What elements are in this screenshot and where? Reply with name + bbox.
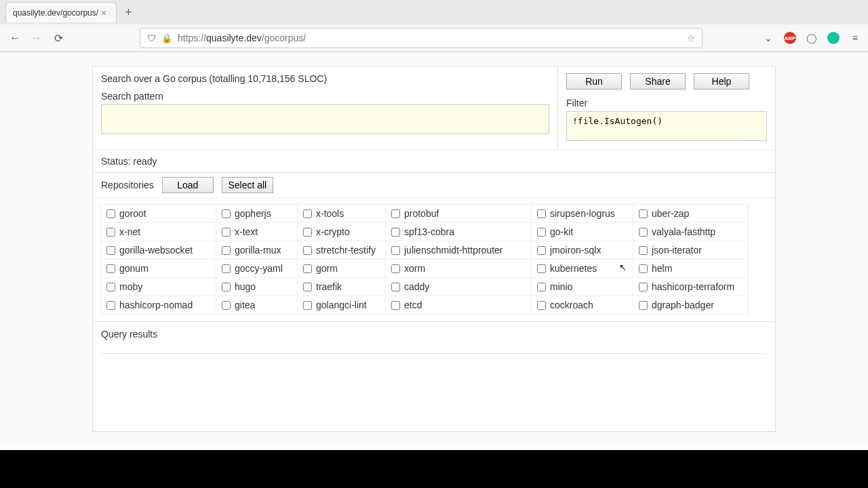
filter-input[interactable] [566,111,767,141]
select-all-button[interactable]: Select all [222,177,273,193]
repo-checkbox-kubernetes[interactable] [537,264,546,273]
repo-label: gopherjs [235,208,271,219]
repo-checkbox-dgraph-badger[interactable] [639,301,648,310]
repo-checkbox-cockroach[interactable] [537,301,546,310]
repo-checkbox-x-crypto[interactable] [303,228,312,237]
repo-checkbox-goccy-yaml[interactable] [222,264,231,273]
repo-gonum[interactable]: gonum [100,259,216,278]
repo-xorm[interactable]: xorm [385,259,532,278]
repo-checkbox-gonum[interactable] [106,264,115,273]
repo-checkbox-go-kit[interactable] [537,228,546,237]
repo-checkbox-xorm[interactable] [391,264,400,273]
repo-label: traefik [316,281,342,292]
repo-go-kit[interactable]: go-kit [531,222,633,241]
tab-bar: quasilyte.dev/gocorpus/ × + [0,0,868,24]
repo-gitea[interactable]: gitea [216,296,298,314]
extension-icon[interactable]: ◯ [806,32,818,44]
repo-checkbox-minio[interactable] [537,283,546,291]
repo-spf13-cobra[interactable]: spf13-cobra [385,222,532,241]
repo-json-iterator[interactable]: json-iterator [633,241,749,260]
repo-checkbox-hashicorp-nomad[interactable] [106,301,115,310]
repo-checkbox-julienschmidt-httprouter[interactable] [391,246,400,255]
repo-checkbox-protobuf[interactable] [391,209,400,218]
browser-tab[interactable]: quasilyte.dev/gocorpus/ × [5,2,117,22]
repo-moby[interactable]: moby [100,277,216,296]
repo-checkbox-traefik[interactable] [303,283,312,291]
repo-x-crypto[interactable]: x-crypto [297,222,386,241]
repo-checkbox-spf13-cobra[interactable] [391,228,400,237]
share-button[interactable]: Share [630,73,686,89]
reload-button[interactable]: ⟳ [50,30,66,46]
grammarly-icon[interactable] [827,32,840,44]
new-tab-button[interactable]: + [117,5,140,20]
repo-checkbox-x-text[interactable] [222,228,231,237]
help-button[interactable]: Help [694,73,749,89]
repo-goccy-yaml[interactable]: goccy-yaml [216,259,298,278]
repo-checkbox-helm[interactable] [639,264,648,273]
repo-label: cockroach [550,300,593,310]
repo-label: jmoiron-sqlx [550,245,601,256]
repo-hashicorp-terraform[interactable]: hashicorp-terraform [633,277,749,296]
repo-protobuf[interactable]: protobuf [385,204,532,223]
pocket-icon[interactable]: ⌄ [762,32,774,44]
run-button[interactable]: Run [566,73,622,89]
repo-kubernetes[interactable]: kubernetes [531,259,633,278]
repo-jmoiron-sqlx[interactable]: jmoiron-sqlx [531,241,633,260]
repo-minio[interactable]: minio [531,277,633,296]
repo-x-net[interactable]: x-net [100,222,216,241]
repo-cockroach[interactable]: cockroach [531,296,633,314]
menu-icon[interactable]: ≡ [849,32,861,44]
repo-goroot[interactable]: goroot [100,204,216,223]
repo-dgraph-badger[interactable]: dgraph-badger [633,296,749,314]
repo-checkbox-jmoiron-sqlx[interactable] [537,246,546,255]
back-button[interactable]: ← [7,30,23,46]
repo-gopherjs[interactable]: gopherjs [216,204,298,223]
repo-label: hashicorp-nomad [119,300,193,310]
adblock-icon[interactable]: ABP [784,32,796,44]
repo-julienschmidt-httprouter[interactable]: julienschmidt-httprouter [385,241,532,260]
repo-checkbox-caddy[interactable] [391,283,400,291]
repo-uber-zap[interactable]: uber-zap [633,204,749,223]
repo-checkbox-uber-zap[interactable] [639,209,648,218]
repo-checkbox-gorilla-mux[interactable] [222,246,231,255]
url-bar[interactable]: 🛡 🔒 https://quasilyte.dev/gocorpus/ ☆ [140,28,703,48]
url-text: https://quasilyte.dev/gocorpus/ [178,33,682,43]
repo-gorilla-mux[interactable]: gorilla-mux [216,241,298,260]
repo-checkbox-hashicorp-terraform[interactable] [639,283,648,291]
repo-checkbox-gorm[interactable] [303,264,312,273]
repo-golangci-lint[interactable]: golangci-lint [297,296,386,314]
search-pattern-input[interactable] [101,104,549,134]
repo-x-text[interactable]: x-text [216,222,298,241]
repo-checkbox-json-iterator[interactable] [639,246,648,255]
repo-checkbox-gopherjs[interactable] [222,209,231,218]
repo-sirupsen-logrus[interactable]: sirupsen-logrus [531,204,633,223]
repo-checkbox-stretchr-testify[interactable] [303,246,312,255]
repo-x-tools[interactable]: x-tools [297,204,386,223]
repo-gorm[interactable]: gorm [297,259,386,278]
repo-etcd[interactable]: etcd [385,296,532,314]
repo-checkbox-etcd[interactable] [391,301,400,310]
close-icon[interactable]: × [98,7,109,18]
repo-gorilla-websocket[interactable]: gorilla-websocket [100,241,216,260]
repo-checkbox-moby[interactable] [106,283,115,291]
repo-checkbox-hugo[interactable] [222,283,231,291]
repo-helm[interactable]: helm [633,259,749,278]
repo-checkbox-goroot[interactable] [106,209,115,218]
repo-caddy[interactable]: caddy [385,277,532,296]
repo-checkbox-sirupsen-logrus[interactable] [537,209,546,218]
repo-checkbox-gorilla-websocket[interactable] [106,246,115,255]
bookmark-icon[interactable]: ☆ [687,33,695,43]
repo-hugo[interactable]: hugo [216,277,298,296]
repo-hashicorp-nomad[interactable]: hashicorp-nomad [100,296,216,314]
repo-checkbox-gitea[interactable] [222,301,231,310]
repo-label: minio [550,281,572,292]
repo-checkbox-valyala-fasthttp[interactable] [639,228,648,237]
repo-valyala-fasthttp[interactable]: valyala-fasthttp [633,222,749,241]
repo-checkbox-golangci-lint[interactable] [303,301,312,310]
repo-traefik[interactable]: traefik [297,277,386,296]
forward-button[interactable]: → [28,30,45,46]
repo-stretchr-testify[interactable]: stretchr-testify [297,241,386,260]
load-button[interactable]: Load [162,177,214,193]
repo-checkbox-x-tools[interactable] [303,209,312,218]
repo-checkbox-x-net[interactable] [106,228,115,237]
